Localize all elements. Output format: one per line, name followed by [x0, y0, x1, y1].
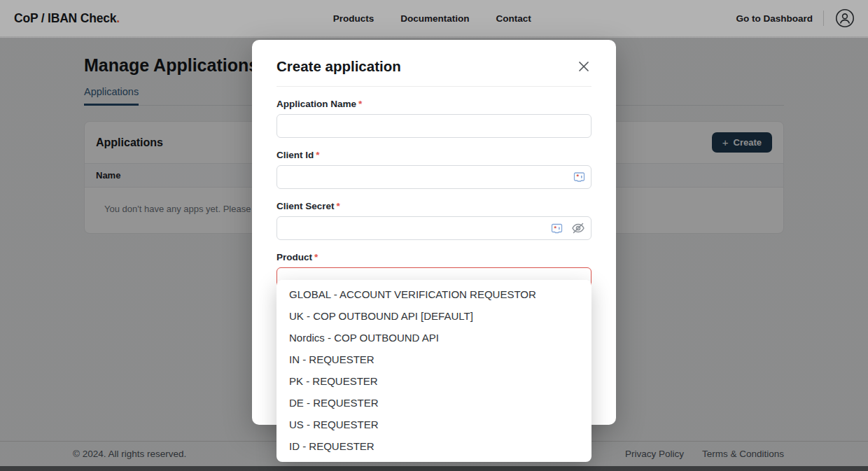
application-name-input[interactable]: [276, 114, 592, 138]
product-option[interactable]: UK - COP OUTBOUND API [DEFAULT]: [276, 305, 592, 327]
eye-slash-icon[interactable]: [571, 222, 585, 234]
svg-text:*: *: [554, 224, 556, 231]
required-marker: *: [358, 99, 362, 109]
required-marker: *: [314, 252, 318, 262]
close-icon: [578, 60, 590, 73]
client-secret-input[interactable]: [276, 216, 592, 240]
required-marker: *: [316, 150, 319, 160]
svg-text:*: *: [576, 173, 579, 180]
close-button[interactable]: [576, 59, 592, 74]
client-secret-label: Client Secret*: [276, 201, 592, 211]
product-option[interactable]: ID - REQUESTER: [276, 435, 592, 457]
modal-title: Create application: [276, 58, 401, 75]
product-option[interactable]: IN - REQUESTER: [276, 349, 592, 370]
product-option[interactable]: PK - REQUESTER: [276, 370, 592, 392]
product-option[interactable]: Nordics - COP OUTBOUND API: [276, 327, 592, 349]
client-id-input[interactable]: [276, 165, 592, 189]
client-secret-wrap: *: [276, 216, 592, 240]
client-id-wrap: *: [276, 165, 592, 189]
product-option[interactable]: US - REQUESTER: [276, 414, 592, 435]
product-options-dropdown: GLOBAL - ACCOUNT VERIFICATION REQUESTORU…: [276, 280, 592, 462]
product-option[interactable]: GLOBAL - ACCOUNT VERIFICATION REQUESTOR: [276, 283, 592, 305]
application-name-wrap: [276, 114, 592, 138]
modal-divider: [276, 86, 592, 87]
product-label: Product*: [276, 252, 592, 262]
password-manager-icon[interactable]: *: [573, 171, 585, 183]
required-marker: *: [337, 201, 340, 211]
modal-header: Create application: [276, 40, 592, 75]
password-manager-icon[interactable]: *: [551, 223, 563, 234]
product-option[interactable]: DE - REQUESTER: [276, 392, 592, 414]
application-name-label: Application Name*: [276, 99, 592, 109]
client-id-label: Client Id*: [276, 150, 592, 160]
page: CoP / IBAN Check. ProductsDocumentationC…: [0, 0, 868, 471]
